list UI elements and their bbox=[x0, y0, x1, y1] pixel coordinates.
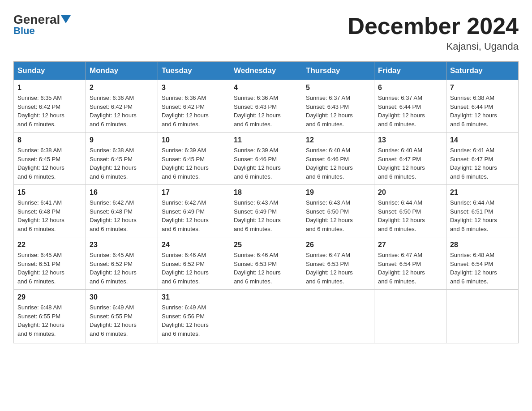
day-number: 2 bbox=[90, 84, 154, 92]
table-row: 23 Sunrise: 6:45 AM Sunset: 6:52 PM Dayl… bbox=[86, 237, 158, 290]
day-info: Sunrise: 6:47 AM Sunset: 6:54 PM Dayligh… bbox=[378, 251, 442, 286]
day-info: Sunrise: 6:38 AM Sunset: 6:44 PM Dayligh… bbox=[450, 94, 515, 128]
day-info: Sunrise: 6:44 AM Sunset: 6:50 PM Dayligh… bbox=[378, 198, 442, 233]
day-number: 17 bbox=[162, 188, 226, 197]
table-row: 21 Sunrise: 6:44 AM Sunset: 6:51 PM Dayl… bbox=[446, 185, 519, 237]
day-info: Sunrise: 6:44 AM Sunset: 6:51 PM Dayligh… bbox=[450, 198, 515, 233]
day-info: Sunrise: 6:46 AM Sunset: 6:53 PM Dayligh… bbox=[234, 251, 298, 286]
day-info: Sunrise: 6:35 AM Sunset: 6:42 PM Dayligh… bbox=[17, 94, 82, 128]
day-info: Sunrise: 6:40 AM Sunset: 6:47 PM Dayligh… bbox=[378, 146, 442, 181]
calendar-week-row: 22 Sunrise: 6:45 AM Sunset: 6:51 PM Dayl… bbox=[14, 237, 519, 290]
table-row: 26 Sunrise: 6:47 AM Sunset: 6:53 PM Dayl… bbox=[302, 237, 374, 290]
day-number: 21 bbox=[450, 188, 515, 197]
logo-triangle-icon bbox=[61, 15, 71, 23]
day-info: Sunrise: 6:38 AM Sunset: 6:45 PM Dayligh… bbox=[90, 146, 154, 181]
table-row: 25 Sunrise: 6:46 AM Sunset: 6:53 PM Dayl… bbox=[230, 237, 302, 290]
table-row: 12 Sunrise: 6:40 AM Sunset: 6:46 PM Dayl… bbox=[302, 133, 374, 185]
day-info: Sunrise: 6:42 AM Sunset: 6:48 PM Dayligh… bbox=[90, 198, 154, 233]
table-row bbox=[374, 290, 446, 343]
table-row: 10 Sunrise: 6:39 AM Sunset: 6:45 PM Dayl… bbox=[158, 133, 230, 185]
day-info: Sunrise: 6:39 AM Sunset: 6:46 PM Dayligh… bbox=[234, 146, 298, 181]
day-info: Sunrise: 6:40 AM Sunset: 6:46 PM Dayligh… bbox=[306, 146, 370, 181]
table-row: 5 Sunrise: 6:37 AM Sunset: 6:43 PM Dayli… bbox=[302, 80, 374, 133]
day-info: Sunrise: 6:45 AM Sunset: 6:51 PM Dayligh… bbox=[17, 251, 82, 286]
day-number: 29 bbox=[17, 293, 82, 301]
day-number: 26 bbox=[306, 241, 370, 249]
day-number: 3 bbox=[162, 84, 226, 92]
day-info: Sunrise: 6:49 AM Sunset: 6:56 PM Dayligh… bbox=[162, 303, 226, 338]
page-header: General Blue December 2024 Kajansi, Ugan… bbox=[13, 13, 519, 52]
col-tuesday: Tuesday bbox=[158, 62, 230, 80]
table-row: 22 Sunrise: 6:45 AM Sunset: 6:51 PM Dayl… bbox=[14, 237, 86, 290]
day-number: 5 bbox=[306, 84, 370, 92]
table-row: 2 Sunrise: 6:36 AM Sunset: 6:42 PM Dayli… bbox=[86, 80, 158, 133]
day-number: 14 bbox=[450, 136, 515, 144]
day-number: 28 bbox=[450, 241, 515, 249]
day-info: Sunrise: 6:43 AM Sunset: 6:49 PM Dayligh… bbox=[234, 198, 298, 233]
table-row bbox=[446, 290, 519, 343]
table-row: 9 Sunrise: 6:38 AM Sunset: 6:45 PM Dayli… bbox=[86, 133, 158, 185]
table-row: 4 Sunrise: 6:36 AM Sunset: 6:43 PM Dayli… bbox=[230, 80, 302, 133]
day-info: Sunrise: 6:48 AM Sunset: 6:55 PM Dayligh… bbox=[17, 303, 82, 338]
day-number: 15 bbox=[17, 188, 82, 197]
day-info: Sunrise: 6:49 AM Sunset: 6:55 PM Dayligh… bbox=[90, 303, 154, 338]
day-number: 9 bbox=[90, 136, 154, 144]
location-subtitle: Kajansi, Uganda bbox=[348, 41, 519, 52]
day-info: Sunrise: 6:41 AM Sunset: 6:47 PM Dayligh… bbox=[450, 146, 515, 181]
col-thursday: Thursday bbox=[302, 62, 374, 80]
table-row: 13 Sunrise: 6:40 AM Sunset: 6:47 PM Dayl… bbox=[374, 133, 446, 185]
table-row bbox=[302, 290, 374, 343]
table-row: 29 Sunrise: 6:48 AM Sunset: 6:55 PM Dayl… bbox=[14, 290, 86, 343]
day-number: 20 bbox=[378, 188, 442, 197]
col-friday: Friday bbox=[374, 62, 446, 80]
day-number: 13 bbox=[378, 136, 442, 144]
day-info: Sunrise: 6:45 AM Sunset: 6:52 PM Dayligh… bbox=[90, 251, 154, 286]
table-row: 31 Sunrise: 6:49 AM Sunset: 6:56 PM Dayl… bbox=[158, 290, 230, 343]
day-number: 31 bbox=[162, 293, 226, 301]
table-row: 20 Sunrise: 6:44 AM Sunset: 6:50 PM Dayl… bbox=[374, 185, 446, 237]
col-monday: Monday bbox=[86, 62, 158, 80]
table-row: 6 Sunrise: 6:37 AM Sunset: 6:44 PM Dayli… bbox=[374, 80, 446, 133]
title-block: December 2024 Kajansi, Uganda bbox=[348, 13, 519, 52]
day-info: Sunrise: 6:36 AM Sunset: 6:42 PM Dayligh… bbox=[90, 94, 154, 128]
table-row: 11 Sunrise: 6:39 AM Sunset: 6:46 PM Dayl… bbox=[230, 133, 302, 185]
day-info: Sunrise: 6:41 AM Sunset: 6:48 PM Dayligh… bbox=[17, 198, 82, 233]
day-number: 16 bbox=[90, 188, 154, 197]
day-number: 25 bbox=[234, 241, 298, 249]
table-row: 3 Sunrise: 6:36 AM Sunset: 6:42 PM Dayli… bbox=[158, 80, 230, 133]
day-number: 30 bbox=[90, 293, 154, 301]
logo-general-text: General bbox=[13, 13, 60, 26]
calendar-week-row: 1 Sunrise: 6:35 AM Sunset: 6:42 PM Dayli… bbox=[14, 80, 519, 133]
table-row: 14 Sunrise: 6:41 AM Sunset: 6:47 PM Dayl… bbox=[446, 133, 519, 185]
table-row: 19 Sunrise: 6:43 AM Sunset: 6:50 PM Dayl… bbox=[302, 185, 374, 237]
day-number: 10 bbox=[162, 136, 226, 144]
logo-blue-text: Blue bbox=[13, 25, 35, 37]
day-info: Sunrise: 6:36 AM Sunset: 6:43 PM Dayligh… bbox=[234, 94, 298, 128]
day-info: Sunrise: 6:37 AM Sunset: 6:43 PM Dayligh… bbox=[306, 94, 370, 128]
col-saturday: Saturday bbox=[446, 62, 519, 80]
table-row: 28 Sunrise: 6:48 AM Sunset: 6:54 PM Dayl… bbox=[446, 237, 519, 290]
day-info: Sunrise: 6:47 AM Sunset: 6:53 PM Dayligh… bbox=[306, 251, 370, 286]
day-number: 1 bbox=[17, 84, 82, 92]
calendar-table: Sunday Monday Tuesday Wednesday Thursday… bbox=[13, 61, 519, 343]
day-number: 4 bbox=[234, 84, 298, 92]
col-wednesday: Wednesday bbox=[230, 62, 302, 80]
logo: General Blue bbox=[13, 13, 71, 37]
day-number: 8 bbox=[17, 136, 82, 144]
day-number: 7 bbox=[450, 84, 515, 92]
day-number: 27 bbox=[378, 241, 442, 249]
table-row: 27 Sunrise: 6:47 AM Sunset: 6:54 PM Dayl… bbox=[374, 237, 446, 290]
calendar-week-row: 8 Sunrise: 6:38 AM Sunset: 6:45 PM Dayli… bbox=[14, 133, 519, 185]
table-row: 17 Sunrise: 6:42 AM Sunset: 6:49 PM Dayl… bbox=[158, 185, 230, 237]
table-row: 24 Sunrise: 6:46 AM Sunset: 6:52 PM Dayl… bbox=[158, 237, 230, 290]
day-info: Sunrise: 6:48 AM Sunset: 6:54 PM Dayligh… bbox=[450, 251, 515, 286]
day-number: 19 bbox=[306, 188, 370, 197]
table-row: 8 Sunrise: 6:38 AM Sunset: 6:45 PM Dayli… bbox=[14, 133, 86, 185]
day-number: 24 bbox=[162, 241, 226, 249]
day-info: Sunrise: 6:36 AM Sunset: 6:42 PM Dayligh… bbox=[162, 94, 226, 128]
day-info: Sunrise: 6:38 AM Sunset: 6:45 PM Dayligh… bbox=[17, 146, 82, 181]
table-row: 30 Sunrise: 6:49 AM Sunset: 6:55 PM Dayl… bbox=[86, 290, 158, 343]
table-row: 1 Sunrise: 6:35 AM Sunset: 6:42 PM Dayli… bbox=[14, 80, 86, 133]
day-number: 12 bbox=[306, 136, 370, 144]
table-row: 18 Sunrise: 6:43 AM Sunset: 6:49 PM Dayl… bbox=[230, 185, 302, 237]
